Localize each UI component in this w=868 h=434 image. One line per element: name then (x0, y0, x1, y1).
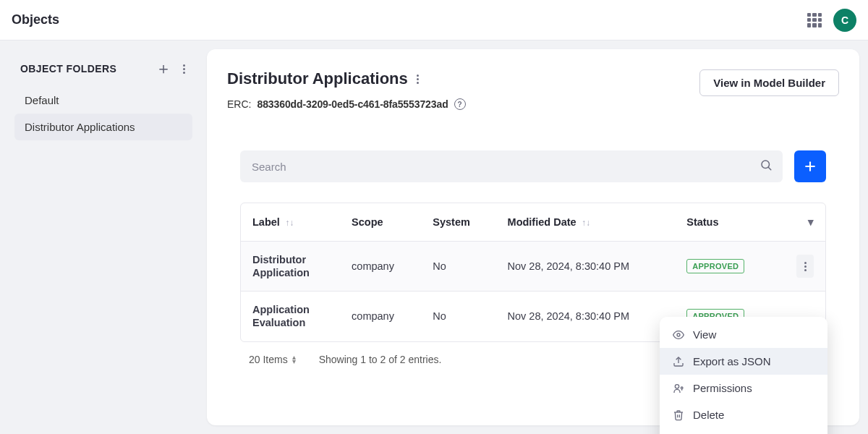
cell-system: No (421, 242, 495, 292)
sidebar-header: OBJECT FOLDERS ＋ (14, 58, 192, 87)
row-actions-menu: ViewExport as JSONPermissionsDeleteMove (660, 317, 827, 434)
erc-row: ERC: 883360dd-3209-0ed5-c461-8fa5553723a… (227, 98, 466, 110)
app-title: Objects (12, 12, 59, 27)
menu-item-permissions[interactable]: Permissions (660, 375, 827, 401)
table-row[interactable]: DistributorApplicationcompanyNoNov 28, 2… (241, 242, 825, 292)
col-modified[interactable]: Modified Date ↑↓ (496, 203, 676, 242)
search-icon[interactable] (760, 158, 773, 174)
info-icon[interactable]: ? (454, 98, 466, 110)
menu-label: Delete (693, 409, 724, 421)
menu-item-move[interactable]: Move (660, 428, 827, 434)
col-actions[interactable]: ▾ (775, 203, 825, 242)
menu-label: Permissions (693, 382, 752, 394)
svg-point-6 (675, 384, 678, 388)
eye-icon (673, 329, 684, 341)
entries-summary: Showing 1 to 2 of 2 entries. (319, 354, 442, 365)
caret-updown-icon: ▴▾ (292, 355, 296, 364)
export-icon (673, 356, 684, 367)
topbar-actions: C (807, 9, 856, 32)
topbar: Objects C (0, 0, 868, 41)
col-label[interactable]: Label ↑↓ (241, 203, 340, 242)
view-model-builder-button[interactable]: View in Model Builder (699, 69, 839, 96)
svg-point-7 (681, 387, 683, 389)
sidebar: OBJECT FOLDERS ＋ DefaultDistributor Appl… (9, 49, 198, 425)
row-more-button[interactable] (796, 255, 814, 278)
cell-system: No (421, 292, 495, 341)
col-system[interactable]: System (421, 203, 495, 242)
folder-item[interactable]: Default (14, 87, 192, 114)
page-title-more-icon[interactable] (415, 73, 420, 85)
kebab-icon (803, 260, 808, 273)
main-panel: Distributor Applications ERC: 883360dd-3… (207, 49, 859, 425)
menu-item-export-as-json[interactable]: Export as JSON (660, 348, 827, 375)
cell-status: APPROVED (675, 242, 775, 292)
status-badge: APPROVED (686, 259, 744, 273)
user-avatar[interactable]: C (833, 9, 856, 32)
add-folder-icon[interactable]: ＋ (156, 61, 171, 77)
toolbar (227, 150, 839, 182)
add-object-button[interactable] (794, 150, 826, 182)
col-scope[interactable]: Scope (340, 203, 421, 242)
erc-label: ERC: (227, 98, 251, 110)
svg-point-0 (762, 161, 770, 169)
page-header: Distributor Applications ERC: 883360dd-3… (227, 69, 839, 110)
menu-item-view[interactable]: View (660, 321, 827, 348)
menu-item-delete[interactable]: Delete (660, 401, 827, 428)
folder-list: DefaultDistributor Applications (14, 87, 192, 140)
menu-label: Export as JSON (693, 355, 771, 367)
cell-modified: Nov 28, 2024, 8:30:40 PM (496, 292, 676, 341)
sort-icon: ↑↓ (283, 218, 294, 228)
sidebar-actions: ＋ (156, 61, 187, 77)
col-status[interactable]: Status (675, 203, 775, 242)
erc-value: 883360dd-3209-0ed5-c461-8fa5553723ad (257, 98, 448, 110)
sort-icon: ↑↓ (579, 218, 590, 228)
perm-icon (673, 383, 684, 394)
search-input[interactable] (240, 150, 783, 182)
workspace: OBJECT FOLDERS ＋ DefaultDistributor Appl… (0, 41, 868, 434)
cell-scope: company (340, 292, 421, 341)
cell-label: DistributorApplication (241, 242, 340, 292)
svg-point-4 (677, 333, 680, 336)
page-size-selector[interactable]: 20 Items ▴▾ (249, 354, 296, 365)
search-wrap (240, 150, 783, 182)
caret-down-icon: ▾ (808, 216, 814, 228)
menu-label: View (693, 328, 716, 341)
cell-label: ApplicationEvaluation (241, 292, 340, 341)
cell-scope: company (340, 242, 421, 292)
trash-icon (673, 409, 684, 421)
sidebar-title: OBJECT FOLDERS (20, 63, 116, 75)
page-header-left: Distributor Applications ERC: 883360dd-3… (227, 69, 466, 110)
cell-modified: Nov 28, 2024, 8:30:40 PM (496, 242, 676, 292)
apps-grid-icon[interactable] (807, 13, 822, 27)
folder-item[interactable]: Distributor Applications (14, 114, 192, 140)
cell-actions (775, 242, 825, 292)
sidebar-more-icon[interactable] (182, 63, 187, 75)
svg-line-1 (768, 167, 770, 169)
page-title: Distributor Applications (227, 69, 408, 88)
